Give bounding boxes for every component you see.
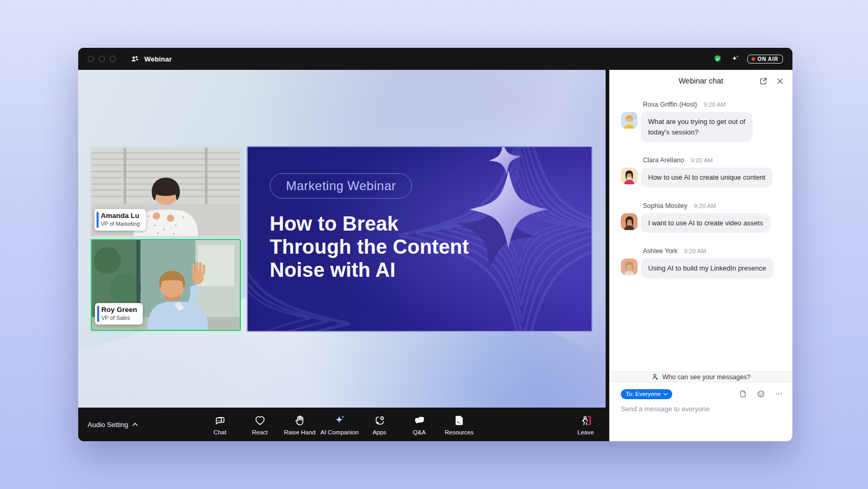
avatar-rosa-griffin	[621, 112, 638, 129]
meeting-toolbar: Audio Setting Chat	[78, 408, 606, 441]
speaker-role: VP of Marketing	[101, 221, 140, 228]
attach-file-icon[interactable]	[738, 389, 748, 399]
toolbar-label: Chat	[214, 429, 226, 435]
slide-heading: How to Break Through the Content Noise w…	[270, 212, 522, 282]
who-can-see-icon	[651, 373, 659, 381]
avatar-sophia-mosiley	[621, 213, 638, 230]
toolbar-button-chat[interactable]: Chat	[200, 408, 240, 441]
slide-badge: Marketing Webinar	[270, 173, 412, 199]
participants-icon	[130, 54, 140, 64]
apps-icon	[373, 414, 386, 428]
leave-icon	[579, 414, 592, 428]
toolbar-label: Q&A	[413, 429, 426, 435]
chat-message: Clara Arellano 9:20 AM How to use AI to …	[621, 155, 784, 188]
toolbar-button-ai-companion[interactable]: AI Companion	[320, 408, 359, 441]
on-air-dot	[751, 57, 755, 61]
message-author: Ashlee York	[643, 247, 678, 255]
chat-message: Ashlee York 9:20 AM Using AI t	[621, 246, 784, 278]
toolbar-label: Raise Hand	[284, 429, 315, 435]
video-tile-roy-green[interactable]: Roy Green VP of Sales	[91, 239, 241, 331]
on-air-indicator: ON AIR	[747, 55, 783, 64]
message-time: 9:20 AM	[694, 203, 716, 209]
message-bubble: What are you trying to get out of today'…	[641, 112, 753, 142]
toolbar-label: Leave	[577, 429, 594, 435]
more-options-icon[interactable]	[774, 389, 784, 399]
webinar-window: Webinar ON AIR	[78, 48, 792, 441]
chat-compose-area: To: Everyone	[609, 382, 792, 441]
presentation-slide: Marketing Webinar How to Break Through t…	[247, 146, 592, 332]
close-icon[interactable]	[775, 76, 785, 86]
message-author: Rosa Griffin (Host)	[643, 101, 697, 108]
chat-message: Sophia Mosiley 9:20 AM I want to use AI …	[621, 201, 784, 233]
message-bubble: How to use AI to create unique content	[641, 168, 772, 188]
name-tag-amanda: Amanda Lu VP of Marketing	[94, 209, 146, 231]
video-canvas: Amanda Lu VP of Marketing	[78, 70, 606, 408]
title-bar: Webinar ON AIR	[78, 48, 792, 70]
toolbar-button-react[interactable]: React	[240, 408, 280, 441]
ai-companion-titlebar-icon[interactable]	[730, 54, 740, 64]
panel-divider	[606, 70, 609, 441]
message-input[interactable]: Send a message to everyone	[621, 405, 784, 413]
chat-message: Rosa Griffin (Host) 9:20 AM Wh	[621, 99, 784, 142]
toolbar-label: Resources	[445, 429, 474, 435]
message-bubble: I want to use AI to create video assets	[641, 213, 770, 233]
speaker-role: VP of Sales	[101, 315, 137, 322]
to-everyone-selector[interactable]: To: Everyone	[621, 389, 672, 399]
chat-message-list: Rosa Griffin (Host) 9:20 AM Wh	[609, 92, 792, 371]
window-title: Webinar	[144, 55, 172, 63]
toolbar-button-resources[interactable]: Resources	[439, 408, 479, 441]
resources-icon	[453, 414, 466, 428]
toolbar-button-qa[interactable]: Q&A	[399, 408, 439, 441]
message-bubble: Using AI to build my LinkedIn presence	[641, 258, 774, 278]
name-tag-roy: Roy Green VP of Sales	[95, 303, 143, 325]
toolbar-button-leave[interactable]: Leave	[567, 408, 605, 441]
avatar-ashlee-york	[621, 258, 638, 275]
chevron-down-icon	[663, 393, 668, 396]
window-close-button[interactable]	[88, 56, 94, 62]
message-author: Clara Arellano	[643, 157, 684, 164]
video-tile-amanda-lu[interactable]: Amanda Lu VP of Marketing	[91, 147, 241, 236]
raise-hand-icon	[293, 414, 306, 428]
video-stage: Amanda Lu VP of Marketing	[78, 70, 606, 441]
emoji-icon[interactable]	[756, 389, 766, 399]
message-author: Sophia Mosiley	[643, 202, 687, 210]
security-shield-icon[interactable]	[713, 54, 723, 64]
avatar-clara-arellano	[621, 168, 638, 184]
toolbar-label: Apps	[373, 429, 386, 435]
qa-icon	[413, 414, 426, 428]
chat-icon	[214, 414, 227, 428]
message-time: 9:20 AM	[691, 157, 713, 163]
speaker-name: Amanda Lu	[101, 212, 140, 221]
audio-setting-button[interactable]: Audio Setting	[88, 421, 138, 429]
window-controls	[88, 56, 116, 62]
chevron-up-icon	[132, 423, 138, 426]
window-minimize-button[interactable]	[99, 56, 105, 62]
chat-header: Webinar chat	[609, 70, 792, 92]
toolbar-label: React	[252, 429, 268, 435]
toolbar-label: AI Companion	[321, 429, 359, 435]
message-time: 9:20 AM	[684, 248, 706, 254]
window-zoom-button[interactable]	[110, 56, 116, 62]
toolbar-button-raise-hand[interactable]: Raise Hand	[280, 408, 320, 441]
ai-companion-icon	[333, 414, 346, 428]
popout-icon[interactable]	[758, 76, 768, 86]
webinar-chat-panel: Webinar chat Rosa Gri	[609, 70, 792, 441]
react-heart-icon	[253, 414, 267, 428]
toolbar-button-apps[interactable]: Apps	[359, 408, 399, 441]
speaker-name: Roy Green	[101, 306, 137, 315]
who-can-see-bar[interactable]: Who can see your messages?	[609, 371, 792, 382]
message-time: 9:20 AM	[704, 101, 726, 108]
